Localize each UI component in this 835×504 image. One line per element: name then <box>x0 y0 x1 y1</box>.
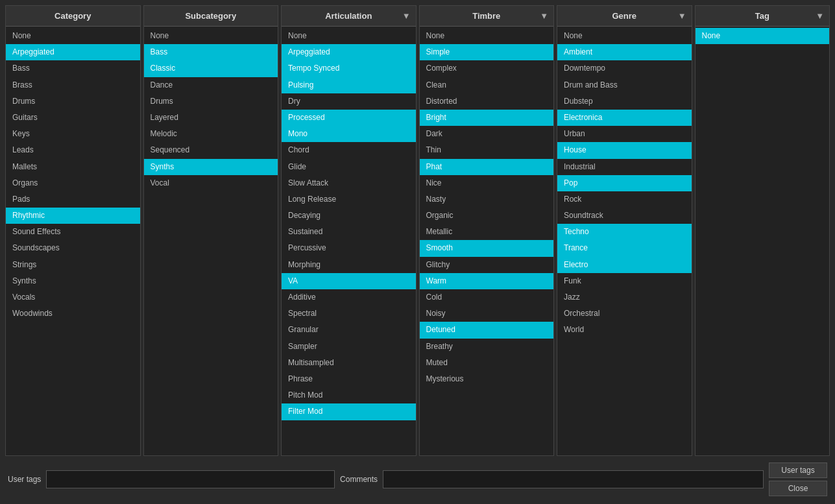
list-item[interactable]: Pop <box>557 175 692 191</box>
list-item[interactable]: Orchestral <box>557 306 692 322</box>
list-item[interactable]: Tempo Synced <box>282 60 416 77</box>
list-item[interactable]: None <box>144 28 278 44</box>
list-item[interactable]: World <box>557 322 692 338</box>
list-item[interactable]: Pulsing <box>282 77 416 93</box>
list-item[interactable]: VA <box>282 273 416 289</box>
list-item[interactable]: Trance <box>557 240 692 256</box>
list-item[interactable]: Drum and Bass <box>557 77 692 93</box>
list-item[interactable]: Dance <box>144 77 278 93</box>
user-tags-input[interactable] <box>46 470 335 488</box>
list-item[interactable]: Phat <box>420 159 554 175</box>
list-item[interactable]: Mysterious <box>420 371 554 387</box>
list-item[interactable]: Metallic <box>420 224 554 240</box>
list-item[interactable]: Techno <box>557 224 692 240</box>
list-item[interactable]: Morphing <box>282 257 416 273</box>
list-item[interactable]: Rhythmic <box>6 208 140 224</box>
list-item[interactable]: Rock <box>557 191 692 208</box>
list-item[interactable]: Synths <box>6 273 140 289</box>
list-item[interactable]: Drums <box>6 93 140 110</box>
list-item[interactable]: Multisampled <box>282 355 416 371</box>
list-item[interactable]: None <box>557 28 692 44</box>
list-item[interactable]: Breathy <box>420 339 554 355</box>
list-item[interactable]: Sound Effects <box>6 224 140 240</box>
list-item[interactable]: Soundtrack <box>557 208 692 224</box>
list-item[interactable]: Drums <box>144 93 278 110</box>
list-item[interactable]: None <box>282 28 416 44</box>
list-item[interactable]: Funk <box>557 273 692 289</box>
list-item[interactable]: Mono <box>282 126 416 142</box>
list-item[interactable]: Brass <box>6 77 140 93</box>
list-item[interactable]: Bright <box>420 110 554 126</box>
list-item[interactable]: Noisy <box>420 306 554 322</box>
list-item[interactable]: Muted <box>420 355 554 371</box>
list-item[interactable]: Dubstep <box>557 93 692 110</box>
list-item[interactable]: Woodwinds <box>6 306 140 322</box>
list-item[interactable]: Layered <box>144 110 278 126</box>
list-item[interactable]: Complex <box>420 60 554 77</box>
list-item[interactable]: Spectral <box>282 306 416 322</box>
list-item[interactable]: Vocal <box>144 175 278 191</box>
list-item[interactable]: Glitchy <box>420 257 554 273</box>
list-item[interactable]: Strings <box>6 257 140 273</box>
list-item[interactable]: Electronica <box>557 110 692 126</box>
list-item[interactable]: Urban <box>557 126 692 142</box>
list-item[interactable]: Sustained <box>282 224 416 240</box>
list-item[interactable]: Decaying <box>282 208 416 224</box>
list-item[interactable]: Dry <box>282 93 416 110</box>
list-item[interactable]: Sequenced <box>144 142 278 158</box>
list-item[interactable]: Mallets <box>6 159 140 175</box>
articulation-dropdown-icon[interactable]: ▼ <box>402 11 411 21</box>
list-item[interactable]: Classic <box>144 60 278 77</box>
genre-dropdown-icon[interactable]: ▼ <box>678 11 686 21</box>
timbre-dropdown-icon[interactable]: ▼ <box>540 11 548 21</box>
list-item[interactable]: Downtempo <box>557 60 692 77</box>
list-item[interactable]: Thin <box>420 142 554 158</box>
list-item[interactable]: Jazz <box>557 289 692 306</box>
list-item[interactable]: None <box>420 28 554 44</box>
list-item[interactable]: None <box>696 28 830 44</box>
list-item[interactable]: Glide <box>282 159 416 175</box>
user-tags-button[interactable]: User tags <box>769 462 827 478</box>
list-item[interactable]: Chord <box>282 142 416 158</box>
list-item[interactable]: Distorted <box>420 93 554 110</box>
list-item[interactable]: Pads <box>6 191 140 208</box>
tag-dropdown-icon[interactable]: ▼ <box>816 11 824 21</box>
list-item[interactable]: Detuned <box>420 322 554 338</box>
list-item[interactable]: Keys <box>6 126 140 142</box>
list-item[interactable]: Nice <box>420 175 554 191</box>
close-button[interactable]: Close <box>769 481 827 496</box>
list-item[interactable]: House <box>557 142 692 158</box>
list-item[interactable]: Synths <box>144 159 278 175</box>
list-item[interactable]: Sampler <box>282 339 416 355</box>
list-item[interactable]: Warm <box>420 273 554 289</box>
list-item[interactable]: Pitch Mod <box>282 387 416 403</box>
list-item[interactable]: Vocals <box>6 289 140 306</box>
list-item[interactable]: Slow Attack <box>282 175 416 191</box>
list-item[interactable]: Bass <box>144 44 278 60</box>
list-item[interactable]: Percussive <box>282 240 416 256</box>
list-item[interactable]: Electro <box>557 257 692 273</box>
list-item[interactable]: Organs <box>6 175 140 191</box>
list-item[interactable]: Filter Mod <box>282 403 416 420</box>
list-item[interactable]: Soundscapes <box>6 240 140 256</box>
list-item[interactable]: Smooth <box>420 240 554 256</box>
list-item[interactable]: Additive <box>282 289 416 306</box>
list-item[interactable]: Dark <box>420 126 554 142</box>
list-item[interactable]: Bass <box>6 60 140 77</box>
list-item[interactable]: Guitars <box>6 110 140 126</box>
list-item[interactable]: Phrase <box>282 371 416 387</box>
list-item[interactable]: Simple <box>420 44 554 60</box>
list-item[interactable]: Cold <box>420 289 554 306</box>
list-item[interactable]: Clean <box>420 77 554 93</box>
list-item[interactable]: Arpeggiated <box>282 44 416 60</box>
list-item[interactable]: Organic <box>420 208 554 224</box>
list-item[interactable]: Industrial <box>557 159 692 175</box>
list-item[interactable]: Ambient <box>557 44 692 60</box>
list-item[interactable]: None <box>6 28 140 44</box>
list-item[interactable]: Long Release <box>282 191 416 208</box>
list-item[interactable]: Granular <box>282 322 416 338</box>
list-item[interactable]: Melodic <box>144 126 278 142</box>
list-item[interactable]: Nasty <box>420 191 554 208</box>
list-item[interactable]: Leads <box>6 142 140 158</box>
list-item[interactable]: Processed <box>282 110 416 126</box>
